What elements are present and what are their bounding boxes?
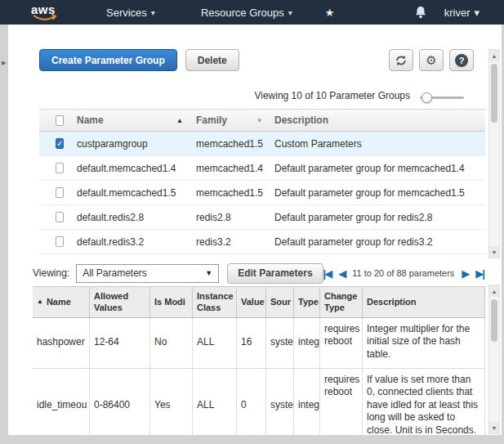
table-row[interactable]: hashpower 12-64 No ALL 16 syste integ re… [33, 318, 485, 369]
group-family: memcached1.5 [190, 187, 268, 199]
account-menu[interactable]: kriver ▾ [444, 7, 479, 19]
check-icon: ✓ [56, 139, 63, 148]
delete-button[interactable]: Delete [185, 49, 239, 71]
parameters-scrollbar[interactable]: ▲ ▼ [488, 285, 500, 434]
previous-page-icon[interactable]: ◀ [338, 267, 345, 280]
group-description: Default parameter group for redis3.2 [268, 236, 485, 248]
edit-parameters-button[interactable]: Edit Parameters [227, 263, 323, 284]
create-parameter-group-button[interactable]: Create Parameter Group [39, 49, 177, 71]
scroll-up-icon[interactable]: ▲ [489, 50, 499, 61]
chevron-down-icon: ▾ [288, 8, 292, 17]
scrollbar-track[interactable] [489, 297, 499, 422]
table-row[interactable]: default.redis2.8 redis2.8 Default parame… [39, 205, 485, 230]
column-header-description[interactable]: Description [268, 114, 485, 126]
nav-services-label: Services [106, 7, 147, 19]
help-button[interactable]: ? [449, 49, 474, 71]
table-row[interactable]: default.memcached1.4 memcached1.4 Defaul… [39, 156, 485, 181]
select-all-cell [39, 115, 70, 126]
param-is-modifiable: No [150, 318, 193, 368]
table-row[interactable]: ✓ custparamgroup memcached1.5 Custom Par… [39, 132, 485, 156]
row-checkbox-cell [39, 187, 70, 198]
settings-button[interactable]: ⚙ [419, 49, 444, 71]
column-header-description[interactable]: Description [363, 287, 485, 317]
next-page-icon[interactable]: ▶ [462, 267, 468, 280]
row-checkbox[interactable] [56, 236, 64, 247]
page-slider[interactable] [420, 92, 464, 103]
group-description: Default parameter group for memcached1.5 [268, 187, 485, 199]
parameter-groups-table: Name ▲ Family ▾ Description ✓ custparamg… [39, 109, 485, 254]
aws-logo[interactable]: aws [31, 2, 60, 22]
last-page-icon[interactable]: ▶| [475, 267, 484, 280]
column-header-family[interactable]: Family ▾ [190, 114, 268, 126]
parameters-filter-select[interactable]: All Parameters ▼ [76, 264, 219, 283]
param-instance-class: ALL [193, 369, 237, 435]
scroll-down-icon[interactable]: ▼ [489, 422, 499, 433]
row-checkbox[interactable] [56, 187, 64, 198]
slider-knob[interactable] [421, 92, 432, 103]
row-checkbox-cell [39, 212, 70, 222]
group-description: Default parameter group for redis2.8 [268, 212, 485, 223]
column-header-allowed-values[interactable]: Allowed Values [90, 287, 150, 317]
scroll-down-icon[interactable]: ▼ [489, 246, 499, 258]
first-page-icon[interactable]: |◀ [323, 267, 332, 280]
param-allowed-values: 12-64 [90, 318, 150, 368]
column-header-change-type[interactable]: Change Type [320, 287, 363, 317]
row-checkbox-cell: ✓ [39, 138, 70, 149]
scrollbar-thumb[interactable] [491, 299, 497, 342]
group-name: default.redis2.8 [70, 212, 190, 223]
column-header-name[interactable]: Name ▲ [70, 114, 190, 126]
nav-right-group: kriver ▾ [415, 6, 504, 19]
username-label: kriver [444, 7, 471, 19]
scrollbar-track[interactable] [489, 61, 499, 246]
row-checkbox[interactable] [56, 163, 64, 173]
gear-icon: ⚙ [426, 53, 436, 68]
column-header-type[interactable]: Type [294, 287, 320, 317]
nav-resource-groups-label: Resource Groups [201, 7, 284, 19]
help-icon: ? [455, 54, 468, 67]
chevron-down-icon: ▾ [257, 116, 261, 124]
param-type: integ [294, 369, 320, 435]
table-row[interactable]: default.redis3.2 redis3.2 Default parame… [39, 230, 485, 254]
param-description: If value is set more than 0, connected c… [363, 369, 485, 435]
param-value: 0 [237, 369, 266, 435]
column-header-source[interactable]: Sour [266, 287, 294, 317]
param-source: syste [266, 369, 294, 435]
column-name-label: Name [47, 296, 71, 307]
column-description-label: Description [274, 114, 328, 126]
group-family: redis3.2 [190, 236, 268, 248]
table-row[interactable]: default.memcached1.5 memcached1.5 Defaul… [39, 181, 485, 205]
param-instance-class: ALL [193, 318, 237, 368]
sort-asc-icon: ▲ [37, 298, 43, 306]
table-row[interactable]: idle_timeou 0-86400 Yes ALL 0 syste inte… [33, 369, 485, 435]
param-change-type: requires reboot [320, 318, 363, 368]
column-header-is-modifiable[interactable]: Is Modi [150, 287, 193, 317]
param-allowed-values: 0-86400 [90, 369, 150, 435]
groups-scrollbar[interactable]: ▲ ▼ [488, 49, 500, 258]
column-family-label: Family [196, 114, 227, 126]
group-name: custparamgroup [70, 138, 190, 150]
column-name-label: Name [77, 114, 104, 126]
scroll-up-icon[interactable]: ▲ [489, 285, 499, 297]
column-header-instance-class[interactable]: Instance Class [193, 287, 237, 317]
column-header-name[interactable]: ▲ Name [33, 287, 90, 317]
groups-table-header: Name ▲ Family ▾ Description [39, 109, 485, 132]
select-all-checkbox[interactable] [56, 115, 64, 126]
parameters-controls: Viewing: All Parameters ▼ Edit Parameter… [33, 262, 484, 284]
toolbar: Create Parameter Group Delete [39, 49, 239, 71]
pin-star-icon[interactable]: ★ [325, 7, 335, 19]
refresh-button[interactable] [389, 49, 413, 71]
top-navigation-bar: aws Services ▾ Resource Groups ▾ ★ krive… [0, 0, 504, 25]
nav-resource-groups-menu[interactable]: Resource Groups ▾ [201, 7, 292, 19]
row-checkbox[interactable] [56, 212, 64, 222]
notifications-bell-icon[interactable] [415, 6, 426, 19]
param-source: syste [266, 318, 294, 368]
group-name: default.redis3.2 [70, 236, 190, 248]
select-caret-icon: ▼ [205, 269, 212, 277]
group-name: default.memcached1.4 [70, 163, 190, 174]
panel-expand-arrow-icon[interactable]: ▸ [2, 57, 7, 68]
scrollbar-thumb[interactable] [491, 64, 497, 123]
param-description: Integer multiplier for the initial size … [363, 318, 485, 368]
nav-services-menu[interactable]: Services ▾ [106, 7, 155, 19]
row-checkbox-checked[interactable]: ✓ [56, 138, 64, 149]
column-header-value[interactable]: Value [237, 287, 266, 317]
